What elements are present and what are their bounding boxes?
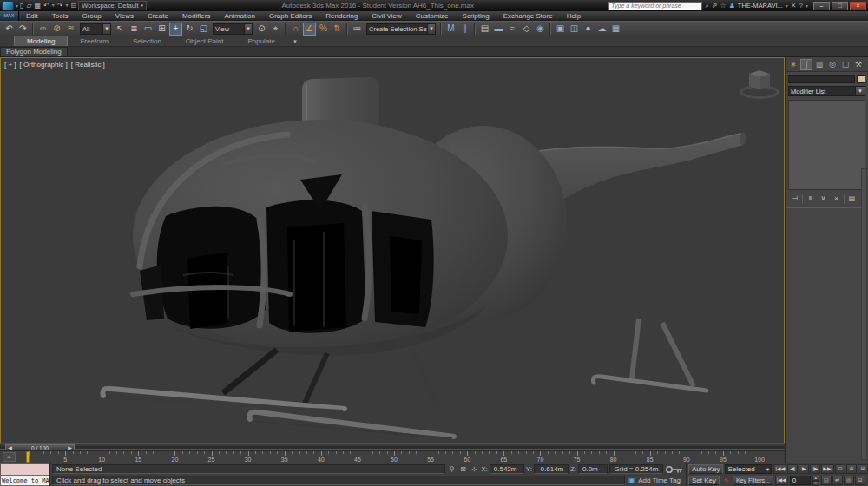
new-scene-icon[interactable]: ▯ [20,1,23,10]
create-tab-icon[interactable]: ∗ [787,59,799,70]
mini-curve-editor-icon[interactable]: ≈ [3,452,16,462]
align-icon[interactable]: ∥ [458,23,471,36]
open-file-icon[interactable]: ▱ [26,1,31,10]
previous-frame-icon[interactable]: ◀| [787,464,798,474]
select-and-scale-icon[interactable]: ◱ [197,23,210,36]
utilities-tab-icon[interactable]: ⚒ [852,59,865,70]
edit-named-selection-sets-icon[interactable]: ≔ [351,23,364,36]
menu-group[interactable]: Group [75,11,108,21]
rectangular-selection-region-icon[interactable]: ▭ [141,23,155,36]
make-unique-icon[interactable]: ∨ [818,194,829,204]
perspective-viewport[interactable]: [ + ] [ Orthographic ] [ Realistic ] [0,57,785,443]
bind-to-space-warp-icon[interactable]: ≋ [64,23,77,36]
add-time-tag[interactable]: Add Time Tag [638,476,681,484]
close-button[interactable]: × [850,2,866,10]
ribbon-tab-object-paint[interactable]: Object Paint [174,36,236,46]
application-menu-icon[interactable] [2,1,14,10]
render-in-cloud-icon[interactable]: ☁ [595,23,608,36]
menu-create[interactable]: Create [141,11,175,21]
ribbon-tab-populate[interactable]: Populate [235,36,287,46]
select-and-rotate-icon[interactable]: ↻ [183,23,196,36]
listener-pane[interactable]: Welcome to MAXScript [0,475,49,486]
modifier-list-arrow-icon[interactable]: ▼ [856,86,865,96]
menu-tools[interactable]: Tools [45,11,76,21]
undo-icon[interactable]: ↶ [43,1,49,10]
time-slider[interactable]: ◀ 0 / 100 ▶ [0,443,785,450]
menu-scripting[interactable]: Scripting [456,11,496,21]
select-by-name-icon[interactable]: ≣ [128,23,141,36]
exchange-apps-icon[interactable]: ✕ [791,2,797,10]
viewport-general-menu[interactable]: [ + ] [4,61,16,69]
named-selection-sets-dropdown[interactable]: Create Selection Set▼ [366,23,436,35]
menu-animation[interactable]: Animation [217,11,262,21]
object-name-field[interactable] [788,75,855,83]
spinner-snap-toggle-icon[interactable]: ⇅ [331,23,344,36]
select-and-link-icon[interactable]: ∞ [36,23,49,36]
zoom-all-icon[interactable]: ⊞ [858,464,868,474]
motion-tab-icon[interactable]: ◎ [826,59,838,70]
key-mode-toggle-icon[interactable]: ⊙ [835,464,845,474]
ribbon-minimize-dropdown-icon[interactable]: ▾ [287,36,303,46]
command-panel-scrollbar[interactable] [861,168,867,460]
z-coordinate-field[interactable]: 0.0m [578,464,608,474]
maxscript-mini-listener[interactable]: Welcome to MAXScript [0,463,50,486]
menu-edit[interactable]: Edit [19,11,45,21]
next-frame-icon[interactable]: |▶ [810,464,820,474]
minimize-button[interactable]: – [813,2,830,10]
signed-in-user[interactable]: THE-MARAVI... [738,2,783,10]
frame-spinner[interactable]: ▲▼ [812,476,819,485]
show-end-result-icon[interactable]: ‖ [805,194,816,204]
menu-views[interactable]: Views [108,11,141,21]
favorites-star-icon[interactable]: ☆ [720,2,727,10]
current-frame-field[interactable]: 0 [790,476,811,485]
selection-filter-dropdown[interactable]: All▼ [80,23,111,35]
go-to-start-icon[interactable]: |◀◀ [773,464,786,474]
project-folder-icon[interactable]: ⊟ [71,1,77,10]
display-tab-icon[interactable]: ▢ [839,59,852,70]
use-pivot-point-center-icon[interactable]: ⊙ [255,23,268,36]
menu-customize[interactable]: Customize [409,11,456,21]
helicopter-model[interactable] [1,58,784,443]
ribbon-tab-selection[interactable]: Selection [121,36,174,46]
set-key-lock-icon[interactable] [665,465,684,474]
viewport-shading-menu[interactable]: [ Realistic ] [71,61,105,69]
workspace-dropdown[interactable]: Workspace: Default▾ [78,1,147,10]
selection-lock-icon[interactable]: ⊠ [458,465,468,473]
render-flyout-icon[interactable]: ▦ [609,23,622,36]
menu-modifiers[interactable]: Modifiers [175,11,217,21]
polygon-modeling-panel-button[interactable]: Polygon Modeling [0,47,68,56]
viewport-pov-menu[interactable]: [ Orthographic ] [20,61,68,69]
render-setup-icon[interactable]: ▣ [554,23,567,36]
select-object-icon[interactable]: ↖ [114,23,127,36]
menu-graph-editors[interactable]: Graph Editors [262,11,319,21]
key-filters-button[interactable]: Key Filters... [733,476,773,485]
isolate-selection-icon[interactable]: ⚲ [447,465,457,473]
angle-snap-toggle-icon[interactable]: ∠ [303,23,316,36]
application-menu-arrow-icon[interactable]: ▾ [16,3,18,9]
manage-layers-icon[interactable]: ▤ [478,23,491,36]
render-production-icon[interactable]: ● [582,23,595,36]
orbit-icon[interactable]: ◎ [844,476,854,485]
pin-stack-icon[interactable]: ⊣ [789,194,800,204]
maximize-button[interactable]: □ [832,2,848,10]
ribbon-tab-freeform[interactable]: Freeform [68,36,120,46]
previous-key-icon[interactable]: |◀◀ [775,476,788,485]
undo-icon[interactable]: ↶ [3,23,16,36]
rendered-frame-window-icon[interactable]: ◫ [568,23,581,36]
schematic-view-icon[interactable]: ◇ [520,23,533,36]
window-crossing-icon[interactable]: ⊞ [155,23,168,36]
redo-icon[interactable]: ↷ [57,1,63,10]
ribbon-tab-modeling[interactable]: Modeling [14,36,68,46]
time-slider-track[interactable] [0,446,785,450]
help-icon[interactable]: ? [799,2,803,10]
menu-exchange-store[interactable]: Exchange Store [496,11,560,21]
hierarchy-tab-icon[interactable]: ▥ [813,59,825,70]
menu-rendering[interactable]: Rendering [319,11,365,21]
auto-key-button[interactable]: Auto Key [688,464,723,474]
percent-snap-toggle-icon[interactable]: % [317,23,330,36]
mirror-icon[interactable]: M [444,23,457,36]
maximize-viewport-icon[interactable]: ⊡ [855,476,865,485]
set-key-button[interactable]: Set Key [688,476,720,485]
select-and-manipulate-icon[interactable]: ⌖ [269,23,282,36]
modifier-list-dropdown[interactable]: Modifier List ▼ [788,86,865,96]
